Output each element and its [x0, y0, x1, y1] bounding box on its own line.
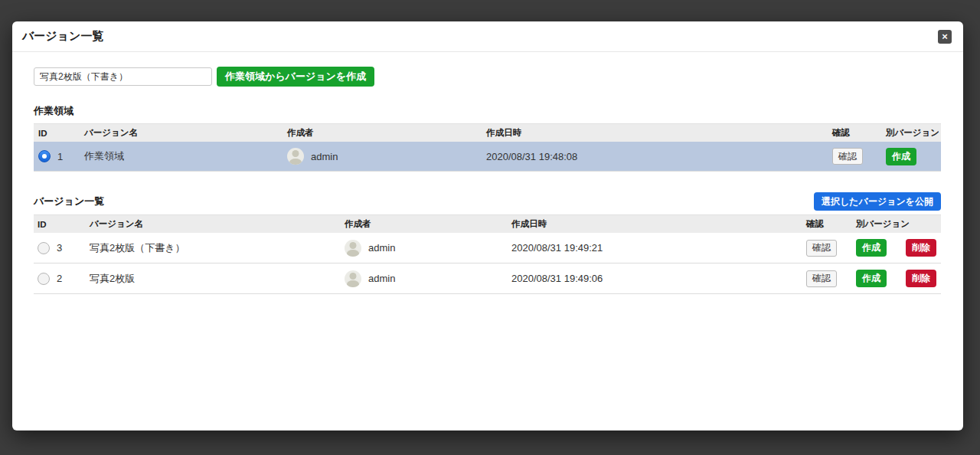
workspace-section-heading: 作業領域	[34, 104, 941, 118]
row-id: 1	[57, 151, 63, 162]
column-header-creator: 作成者	[287, 127, 486, 139]
user-avatar-icon	[345, 240, 361, 257]
column-header-id: ID	[34, 129, 84, 138]
column-header-created-at: 作成日時	[511, 218, 806, 230]
create-version-form: 作業領域からバージョンを作成	[34, 67, 941, 87]
delete-button[interactable]: 削除	[906, 239, 936, 257]
version-row-radio[interactable]	[38, 242, 50, 254]
workspace-row: 1 作業領域 admin 2020/08/31 19:48:08 確認 作成	[34, 142, 941, 172]
create-button[interactable]: 作成	[856, 270, 887, 287]
row-created-at: 2020/08/31 19:49:06	[511, 273, 806, 284]
modal-header: バージョン一覧 ×	[12, 21, 963, 52]
confirm-button[interactable]: 確認	[806, 240, 837, 257]
create-button[interactable]: 作成	[856, 239, 887, 257]
versions-table: ID バージョン名 作成者 作成日時 確認 別バージョン 3 写真2枚版（下書き…	[34, 214, 941, 294]
column-header-version-name: バージョン名	[84, 127, 287, 139]
confirm-button[interactable]: 確認	[806, 270, 837, 287]
column-header-confirm: 確認	[806, 218, 856, 230]
publish-selected-version-button[interactable]: 選択したバージョンを公開	[814, 192, 941, 211]
column-header-other-version: 別バージョン	[886, 127, 941, 139]
row-creator: admin	[368, 273, 395, 284]
column-header-creator: 作成者	[345, 218, 511, 230]
row-creator: admin	[311, 151, 338, 162]
row-id: 2	[57, 273, 62, 284]
column-header-version-name: バージョン名	[90, 218, 345, 230]
column-header-other-version: 別バージョン	[856, 218, 941, 230]
page-title: バージョン一覧	[22, 29, 103, 44]
workspace-table-header: ID バージョン名 作成者 作成日時 確認 別バージョン	[34, 123, 941, 142]
column-header-id: ID	[34, 220, 90, 229]
version-row-radio[interactable]	[38, 273, 50, 285]
create-button[interactable]: 作成	[886, 148, 916, 165]
row-id: 3	[57, 242, 62, 254]
version-row: 2 写真2枚版 admin 2020/08/31 19:49:06 確認 作成 …	[34, 264, 941, 294]
versions-section-heading: バージョン一覧	[34, 195, 104, 208]
version-list-modal: バージョン一覧 × 作業領域からバージョンを作成 作業領域 ID バージョン名 …	[12, 21, 963, 430]
column-header-confirm: 確認	[832, 127, 886, 139]
versions-section-bar: バージョン一覧 選択したバージョンを公開	[34, 192, 941, 211]
versions-table-header: ID バージョン名 作成者 作成日時 確認 別バージョン	[34, 214, 941, 233]
column-header-created-at: 作成日時	[486, 127, 832, 139]
user-avatar-icon	[345, 270, 361, 287]
user-avatar-icon	[287, 148, 304, 165]
modal-content: 作業領域からバージョンを作成 作業領域 ID バージョン名 作成者 作成日時 確…	[12, 52, 963, 294]
close-button[interactable]: ×	[938, 30, 952, 44]
workspace-row-radio[interactable]	[38, 150, 51, 162]
row-creator: admin	[368, 242, 395, 254]
create-version-from-workspace-button[interactable]: 作業領域からバージョンを作成	[217, 67, 374, 87]
row-version-name: 写真2枚版（下書き）	[90, 241, 345, 255]
row-version-name: 写真2枚版	[90, 272, 345, 286]
delete-button[interactable]: 削除	[906, 270, 936, 287]
row-created-at: 2020/08/31 19:48:08	[486, 151, 832, 162]
confirm-button[interactable]: 確認	[832, 148, 863, 165]
workspace-table: ID バージョン名 作成者 作成日時 確認 別バージョン 1 作業領域 admi…	[34, 123, 941, 172]
row-created-at: 2020/08/31 19:49:21	[511, 242, 806, 254]
row-version-name: 作業領域	[84, 149, 287, 163]
version-row: 3 写真2枚版（下書き） admin 2020/08/31 19:49:21 確…	[34, 233, 941, 264]
close-icon: ×	[942, 31, 948, 41]
version-name-input[interactable]	[34, 67, 212, 86]
